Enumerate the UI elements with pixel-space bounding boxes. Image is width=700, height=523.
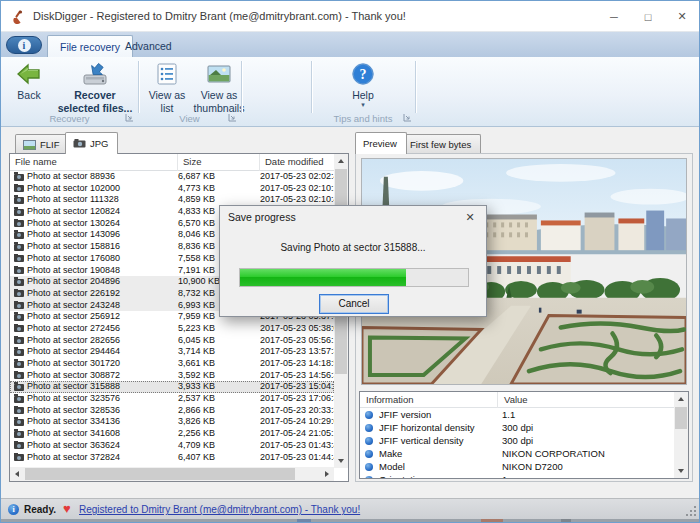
metadata-value: 1.1	[502, 408, 515, 421]
dialog-launcher-icon[interactable]	[228, 113, 237, 122]
file-size: 3,592 KB	[178, 370, 215, 382]
column-header-value[interactable]: Value	[498, 392, 674, 408]
metadata-label: Make	[379, 447, 402, 460]
file-size: 4,709 KB	[178, 440, 215, 452]
flif-image-icon	[23, 140, 36, 150]
tab-first-few-bytes[interactable]: First few bytes	[402, 134, 481, 154]
file-row[interactable]: Photo at sector 3416082,256 KB2017-05-24…	[10, 428, 334, 440]
minimize-button[interactable]: ─	[597, 1, 631, 32]
recover-selected-files-button[interactable]: Recover selected files...	[53, 60, 137, 114]
dialog-launcher-icon[interactable]	[403, 113, 412, 122]
maximize-button[interactable]: □	[631, 1, 665, 32]
registration-link[interactable]: Registered to Dmitry Brant (me@dmitrybra…	[79, 504, 360, 515]
file-row[interactable]: Photo at sector 2724565,223 KB2017-05-23…	[10, 323, 334, 335]
thumbnails-view-icon	[206, 62, 232, 86]
file-row[interactable]: Photo at sector 2826566,045 KB2017-05-23…	[10, 335, 334, 347]
metadata-row[interactable]: JFIF horizontal density300 dpi	[360, 421, 674, 434]
file-row[interactable]: Photo at sector 889366,687 KB2017-05-23 …	[10, 171, 334, 183]
scroll-up-arrow[interactable]	[334, 154, 348, 168]
scrollbar-thumb[interactable]	[675, 407, 687, 429]
app-menu-button[interactable]: i	[6, 36, 42, 54]
scroll-right-arrow[interactable]	[320, 467, 334, 481]
metadata-value: 300 dpi	[502, 421, 533, 434]
scroll-up-arrow[interactable]	[674, 392, 688, 406]
file-row[interactable]: Photo at sector 3158883,933 KB2017-05-23…	[10, 381, 334, 393]
resize-grip[interactable]	[686, 506, 696, 516]
metadata-row[interactable]: JFIF version1.1	[360, 408, 674, 421]
view-as-thumbnails-button[interactable]: View as thumbnails	[191, 60, 247, 114]
metadata-header: Information Value	[360, 392, 674, 408]
camera-icon	[14, 185, 24, 192]
file-name: Photo at sector 272456	[27, 323, 120, 335]
bullet-icon	[365, 476, 373, 479]
column-header-file-name[interactable]: File name	[10, 154, 178, 171]
back-button[interactable]: Back	[7, 60, 51, 102]
file-name: Photo at sector 190848	[27, 265, 120, 277]
file-name: Photo at sector 308872	[27, 370, 120, 382]
file-name: Photo at sector 120824	[27, 206, 120, 218]
metadata-row[interactable]: Orientation1	[360, 473, 674, 478]
file-size: 7,959 KB	[178, 311, 215, 323]
camera-icon	[14, 244, 24, 251]
metadata-label: JFIF version	[379, 408, 431, 421]
dialog-close-icon[interactable]: ✕	[455, 207, 485, 227]
help-icon: ?	[351, 62, 375, 86]
file-list-horizontal-scrollbar[interactable]	[10, 467, 334, 481]
metadata-label: JFIF vertical density	[379, 434, 463, 447]
file-name: Photo at sector 323576	[27, 393, 120, 405]
dialog-launcher-icon[interactable]	[125, 113, 134, 122]
camera-icon	[14, 419, 24, 426]
camera-icon	[14, 396, 24, 403]
metadata-vertical-scrollbar[interactable]	[674, 392, 688, 478]
file-size: 5,223 KB	[178, 323, 215, 335]
view-as-list-button[interactable]: View as list	[144, 60, 190, 114]
file-size: 2,256 KB	[178, 428, 215, 440]
help-button[interactable]: ? Help ▾	[339, 60, 387, 107]
file-name: Photo at sector 282656	[27, 335, 120, 347]
tab-preview[interactable]: Preview	[355, 132, 407, 154]
cancel-button[interactable]: Cancel	[319, 294, 389, 314]
metadata-row[interactable]: MakeNIKON CORPORATION	[360, 447, 674, 460]
tab-jpg[interactable]: JPG	[65, 132, 118, 154]
file-name: Photo at sector 143096	[27, 229, 120, 241]
file-row[interactable]: Photo at sector 3341363,826 KB2017-05-24…	[10, 416, 334, 428]
file-row[interactable]: Photo at sector 3728246,407 KB2017-05-23…	[10, 452, 334, 464]
camera-icon	[14, 337, 24, 344]
file-name: Photo at sector 372824	[27, 452, 120, 464]
scroll-left-arrow[interactable]	[10, 467, 24, 481]
file-date: 2017-05-23 15:04:25	[260, 381, 334, 393]
file-size: 6,687 KB	[178, 171, 215, 183]
scroll-down-arrow[interactable]	[674, 464, 688, 478]
file-date: 2017-05-23 14:56:38	[260, 370, 334, 382]
preview-panel: Information Value JFIF version1.1JFIF ho…	[355, 153, 693, 482]
file-date: 2017-05-23 13:57:31	[260, 346, 334, 358]
scroll-down-arrow[interactable]	[334, 454, 348, 468]
file-size: 10,900 KB	[178, 276, 220, 288]
tab-flif[interactable]: FLIF	[15, 134, 70, 154]
close-button[interactable]: ✕	[665, 1, 699, 32]
camera-icon	[14, 384, 24, 391]
column-header-size[interactable]: Size	[178, 154, 260, 171]
group-separator	[241, 61, 242, 113]
metadata-row[interactable]: JFIF vertical density300 dpi	[360, 434, 674, 447]
column-header-date[interactable]: Date modified	[260, 154, 334, 171]
file-date: 2017-05-23 02:10:13	[260, 183, 334, 195]
camera-icon	[14, 220, 24, 227]
file-row[interactable]: Photo at sector 3017203,661 KB2017-05-23…	[10, 358, 334, 370]
file-row[interactable]: Photo at sector 3285362,866 KB2017-05-23…	[10, 405, 334, 417]
tab-advanced[interactable]: Advanced	[113, 35, 184, 57]
metadata-row[interactable]: ModelNIKON D7200	[360, 460, 674, 473]
metadata-table: Information Value JFIF version1.1JFIF ho…	[359, 391, 689, 479]
metadata-value: 300 dpi	[502, 434, 533, 447]
file-row[interactable]: Photo at sector 2944643,714 KB2017-05-23…	[10, 346, 334, 358]
file-row[interactable]: Photo at sector 3636244,709 KB2017-05-23…	[10, 440, 334, 452]
window-title: DiskDigger - Registered to Dmitry Brant …	[33, 10, 406, 22]
column-header-information[interactable]: Information	[360, 392, 498, 408]
file-name: Photo at sector 341608	[27, 428, 120, 440]
file-row[interactable]: Photo at sector 3088723,592 KB2017-05-23…	[10, 370, 334, 382]
file-row[interactable]: Photo at sector 3235762,537 KB2017-05-23…	[10, 393, 334, 405]
bullet-icon	[365, 424, 373, 432]
scrollbar-thumb[interactable]	[25, 468, 295, 480]
file-row[interactable]: Photo at sector 1020004,773 KB2017-05-23…	[10, 183, 334, 195]
camera-icon	[14, 174, 24, 181]
